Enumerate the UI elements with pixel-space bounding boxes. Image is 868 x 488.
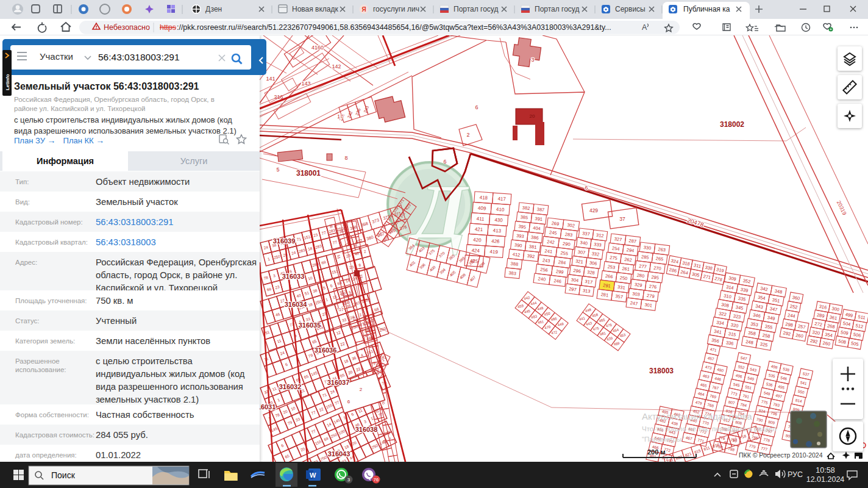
svg-text:357: 357 — [615, 293, 624, 300]
svg-text:Актуализация кадастрова: Актуализация кадастрова — [642, 411, 752, 422]
svg-text:246: 246 — [553, 278, 562, 284]
svg-text:333: 333 — [594, 242, 602, 248]
svg-text:306: 306 — [589, 260, 597, 266]
svg-text:430: 430 — [494, 217, 503, 223]
svg-text:255: 255 — [560, 250, 569, 256]
svg-text:141: 141 — [380, 355, 386, 359]
svg-text:20: 20 — [530, 113, 535, 119]
svg-text:316035: 316035 — [299, 321, 321, 329]
svg-text:318002: 318002 — [720, 120, 744, 129]
svg-text:6: 6 — [347, 399, 350, 404]
svg-text:312: 312 — [596, 232, 605, 239]
svg-text:253: 253 — [607, 264, 616, 270]
svg-text:413: 413 — [493, 228, 501, 234]
svg-text:321: 321 — [575, 259, 584, 265]
svg-text:301: 301 — [644, 302, 653, 308]
svg-text:381: 381 — [528, 244, 536, 250]
svg-text:390: 390 — [514, 242, 522, 248]
svg-text:302: 302 — [567, 222, 575, 228]
svg-text:261: 261 — [622, 266, 630, 272]
svg-text:316037: 316037 — [327, 379, 350, 386]
svg-text:424: 424 — [471, 248, 480, 254]
svg-text:250: 250 — [619, 275, 628, 281]
svg-text:280: 280 — [636, 273, 645, 279]
svg-text:Небезопасно: Небезопасно — [104, 23, 150, 32]
svg-text:37: 37 — [619, 216, 625, 222]
svg-text:4160: 4160 — [311, 45, 324, 51]
svg-text:337: 337 — [582, 231, 591, 237]
svg-text:254: 254 — [612, 245, 621, 251]
svg-text:3: 3 — [531, 57, 534, 63]
svg-text:386: 386 — [531, 234, 539, 240]
svg-text:420: 420 — [473, 237, 482, 243]
svg-text:317: 317 — [585, 279, 593, 285]
svg-text:240: 240 — [538, 276, 546, 282]
svg-text:Портал госуд: Портал госуд — [535, 5, 579, 13]
svg-text:17: 17 — [339, 307, 344, 312]
svg-text:411: 411 — [476, 216, 485, 222]
svg-text:Публичная ка: Публичная ка — [683, 5, 730, 13]
svg-text:392: 392 — [527, 253, 535, 259]
svg-text:318001: 318001 — [296, 169, 321, 178]
svg-text:385: 385 — [520, 214, 528, 220]
svg-text:2: 2 — [360, 387, 363, 392]
svg-text:296: 296 — [573, 268, 582, 274]
svg-text:242: 242 — [547, 239, 555, 245]
svg-text:382: 382 — [522, 205, 530, 211]
svg-text:410: 410 — [496, 207, 505, 213]
svg-text:299: 299 — [556, 268, 564, 274]
svg-text:281: 281 — [600, 292, 609, 298]
svg-text:419: 419 — [489, 249, 498, 255]
svg-text:266: 266 — [605, 273, 613, 279]
svg-text:Дзен: Дзен — [205, 5, 222, 13]
svg-text:285: 285 — [641, 254, 650, 260]
svg-text:303: 303 — [632, 291, 641, 297]
svg-text:10:58: 10:58 — [816, 466, 834, 475]
svg-text:143: 143 — [301, 81, 310, 87]
svg-text:142: 142 — [332, 63, 341, 70]
svg-text:"Параметры": "Параметры" — [642, 436, 684, 443]
svg-text:241: 241 — [544, 248, 553, 254]
svg-text:328: 328 — [587, 270, 596, 276]
svg-text:W: W — [310, 472, 316, 479]
svg-text:270: 270 — [653, 265, 662, 271]
svg-text:Сервисы: Сервисы — [615, 5, 646, 13]
svg-text:388: 388 — [510, 261, 518, 267]
svg-text:383: 383 — [508, 270, 516, 276]
svg-text:200 м: 200 м — [647, 448, 666, 456]
svg-text:76: 76 — [374, 477, 379, 483]
svg-text:291: 291 — [603, 282, 611, 289]
svg-text:Letinfo: Letinfo — [5, 74, 10, 90]
svg-text:243: 243 — [542, 257, 550, 264]
svg-text:247: 247 — [630, 300, 638, 306]
svg-text:Портал госуд: Портал госуд — [454, 5, 498, 13]
svg-text:316032: 316032 — [279, 383, 302, 390]
svg-text:269: 269 — [551, 220, 560, 226]
svg-text:290: 290 — [563, 241, 571, 247]
svg-text:421: 421 — [474, 226, 483, 232]
svg-text:426: 426 — [491, 239, 500, 245]
svg-text:318003: 318003 — [649, 367, 674, 375]
svg-text:279: 279 — [647, 293, 655, 299]
svg-text:316036: 316036 — [315, 346, 337, 354]
svg-text:Я: Я — [361, 6, 366, 13]
svg-text:275: 275 — [610, 255, 618, 261]
svg-text:РУС: РУС — [788, 470, 803, 479]
svg-text:ПКК © Росреестр 2010-2024: ПКК © Росреестр 2010-2024 — [739, 451, 823, 459]
svg-text:409: 409 — [478, 206, 486, 212]
svg-text:340: 340 — [580, 240, 588, 246]
svg-text:276: 276 — [649, 284, 657, 290]
svg-text:412: 412 — [512, 251, 520, 257]
svg-text:316031: 316031 — [260, 403, 276, 411]
svg-text:Участки: Участки — [40, 51, 73, 62]
svg-text:316038: 316038 — [355, 426, 378, 433]
svg-text:265: 265 — [655, 256, 664, 262]
svg-text:332: 332 — [591, 251, 600, 257]
svg-text:429: 429 — [589, 207, 598, 214]
svg-text:Поиск: Поиск — [51, 470, 76, 480]
svg-text:262: 262 — [624, 256, 633, 262]
svg-text:://pkk.rosreestr.ru/#/search/5: ://pkk.rosreestr.ru/#/search/51.22326707… — [177, 23, 611, 32]
svg-text:Новая вкладк: Новая вкладк — [292, 5, 339, 13]
svg-text:8: 8 — [344, 155, 347, 161]
svg-text:17: 17 — [337, 113, 343, 120]
